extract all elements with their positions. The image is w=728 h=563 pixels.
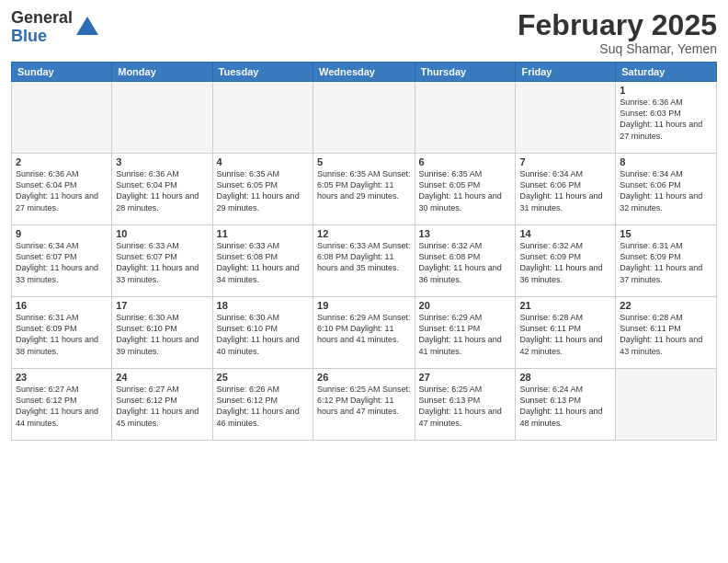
day-number: 21 [519,300,611,311]
day-cell: 28Sunrise: 6:24 AM Sunset: 6:13 PM Dayli… [516,369,616,441]
day-cell [616,369,717,441]
day-number: 12 [317,228,411,239]
day-cell: 13Sunrise: 6:32 AM Sunset: 6:08 PM Dayli… [415,225,516,297]
day-info: Sunrise: 6:35 AM Sunset: 6:05 PM Dayligh… [217,168,309,213]
day-info: Sunrise: 6:28 AM Sunset: 6:11 PM Dayligh… [620,312,712,357]
day-info: Sunrise: 6:24 AM Sunset: 6:13 PM Dayligh… [519,384,611,429]
day-cell: 5Sunrise: 6:35 AM Sunset: 6:05 PM Daylig… [313,154,415,225]
logo-icon [74,15,100,40]
weekday-header-sunday: Sunday [12,63,112,82]
day-number: 1 [620,85,712,96]
day-cell: 14Sunrise: 6:32 AM Sunset: 6:09 PM Dayli… [516,225,616,297]
day-number: 26 [317,372,411,383]
day-info: Sunrise: 6:36 AM Sunset: 6:04 PM Dayligh… [116,168,208,213]
day-cell: 21Sunrise: 6:28 AM Sunset: 6:11 PM Dayli… [516,297,616,369]
day-number: 3 [116,156,208,167]
week-row-2: 9Sunrise: 6:34 AM Sunset: 6:07 PM Daylig… [12,225,717,297]
day-info: Sunrise: 6:34 AM Sunset: 6:06 PM Dayligh… [620,168,712,213]
day-cell: 1Sunrise: 6:36 AM Sunset: 6:03 PM Daylig… [616,82,717,154]
day-number: 13 [419,228,512,239]
day-number: 7 [519,156,611,167]
day-cell [112,82,212,154]
day-cell [415,82,516,154]
day-cell: 19Sunrise: 6:29 AM Sunset: 6:10 PM Dayli… [313,297,415,369]
day-cell: 7Sunrise: 6:34 AM Sunset: 6:06 PM Daylig… [516,154,616,225]
weekday-header-monday: Monday [112,63,212,82]
day-number: 27 [419,372,512,383]
day-info: Sunrise: 6:29 AM Sunset: 6:10 PM Dayligh… [317,312,411,345]
day-cell: 26Sunrise: 6:25 AM Sunset: 6:12 PM Dayli… [313,369,415,441]
day-number: 24 [116,372,208,383]
day-info: Sunrise: 6:25 AM Sunset: 6:13 PM Dayligh… [419,384,512,429]
day-cell: 4Sunrise: 6:35 AM Sunset: 6:05 PM Daylig… [212,154,313,225]
day-number: 28 [519,372,611,383]
day-cell: 6Sunrise: 6:35 AM Sunset: 6:05 PM Daylig… [415,154,516,225]
day-cell: 8Sunrise: 6:34 AM Sunset: 6:06 PM Daylig… [616,154,717,225]
day-cell: 22Sunrise: 6:28 AM Sunset: 6:11 PM Dayli… [616,297,717,369]
day-number: 20 [419,300,512,311]
day-cell: 16Sunrise: 6:31 AM Sunset: 6:09 PM Dayli… [12,297,112,369]
day-info: Sunrise: 6:33 AM Sunset: 6:07 PM Dayligh… [116,240,208,285]
day-info: Sunrise: 6:26 AM Sunset: 6:12 PM Dayligh… [217,384,309,429]
day-number: 23 [16,372,108,383]
day-cell [12,82,112,154]
day-cell: 24Sunrise: 6:27 AM Sunset: 6:12 PM Dayli… [112,369,212,441]
day-info: Sunrise: 6:36 AM Sunset: 6:04 PM Dayligh… [16,168,108,213]
day-number: 10 [116,228,208,239]
header: General Blue February 2025 Suq Shamar, Y… [11,9,717,56]
day-info: Sunrise: 6:27 AM Sunset: 6:12 PM Dayligh… [116,384,208,429]
logo-text: General Blue [11,9,73,46]
day-number: 4 [217,156,309,167]
weekday-header-wednesday: Wednesday [313,63,415,82]
day-info: Sunrise: 6:28 AM Sunset: 6:11 PM Dayligh… [519,312,611,357]
day-info: Sunrise: 6:30 AM Sunset: 6:10 PM Dayligh… [116,312,208,357]
day-number: 14 [519,228,611,239]
day-number: 17 [116,300,208,311]
day-info: Sunrise: 6:32 AM Sunset: 6:08 PM Dayligh… [419,240,512,285]
day-cell [212,82,313,154]
day-cell: 23Sunrise: 6:27 AM Sunset: 6:12 PM Dayli… [12,369,112,441]
day-cell: 15Sunrise: 6:31 AM Sunset: 6:09 PM Dayli… [616,225,717,297]
weekday-header-row: SundayMondayTuesdayWednesdayThursdayFrid… [12,63,717,82]
day-cell: 12Sunrise: 6:33 AM Sunset: 6:08 PM Dayli… [313,225,415,297]
day-info: Sunrise: 6:35 AM Sunset: 6:05 PM Dayligh… [419,168,512,213]
day-cell [516,82,616,154]
day-number: 6 [419,156,512,167]
day-info: Sunrise: 6:33 AM Sunset: 6:08 PM Dayligh… [317,240,411,273]
day-number: 16 [16,300,108,311]
day-cell: 18Sunrise: 6:30 AM Sunset: 6:10 PM Dayli… [212,297,313,369]
week-row-1: 2Sunrise: 6:36 AM Sunset: 6:04 PM Daylig… [12,154,717,225]
weekday-header-saturday: Saturday [616,63,717,82]
weekday-header-thursday: Thursday [415,63,516,82]
logo: General Blue [11,9,100,46]
weekday-header-friday: Friday [516,63,616,82]
page: General Blue February 2025 Suq Shamar, Y… [0,0,728,563]
day-cell: 17Sunrise: 6:30 AM Sunset: 6:10 PM Dayli… [112,297,212,369]
day-info: Sunrise: 6:25 AM Sunset: 6:12 PM Dayligh… [317,384,411,417]
day-cell: 9Sunrise: 6:34 AM Sunset: 6:07 PM Daylig… [12,225,112,297]
week-row-3: 16Sunrise: 6:31 AM Sunset: 6:09 PM Dayli… [12,297,717,369]
day-cell: 10Sunrise: 6:33 AM Sunset: 6:07 PM Dayli… [112,225,212,297]
day-number: 18 [217,300,309,311]
logo-blue: Blue [11,28,73,46]
day-cell: 2Sunrise: 6:36 AM Sunset: 6:04 PM Daylig… [12,154,112,225]
day-info: Sunrise: 6:31 AM Sunset: 6:09 PM Dayligh… [16,312,108,357]
day-number: 11 [217,228,309,239]
svg-marker-0 [76,17,98,35]
day-cell: 11Sunrise: 6:33 AM Sunset: 6:08 PM Dayli… [212,225,313,297]
day-info: Sunrise: 6:33 AM Sunset: 6:08 PM Dayligh… [217,240,309,285]
weekday-header-tuesday: Tuesday [212,63,313,82]
day-cell [313,82,415,154]
day-info: Sunrise: 6:29 AM Sunset: 6:11 PM Dayligh… [419,312,512,357]
day-cell: 3Sunrise: 6:36 AM Sunset: 6:04 PM Daylig… [112,154,212,225]
day-number: 22 [620,300,712,311]
day-info: Sunrise: 6:27 AM Sunset: 6:12 PM Dayligh… [16,384,108,429]
day-number: 5 [317,156,411,167]
week-row-4: 23Sunrise: 6:27 AM Sunset: 6:12 PM Dayli… [12,369,717,441]
day-number: 9 [16,228,108,239]
day-info: Sunrise: 6:34 AM Sunset: 6:06 PM Dayligh… [519,168,611,213]
day-cell: 20Sunrise: 6:29 AM Sunset: 6:11 PM Dayli… [415,297,516,369]
location: Suq Shamar, Yemen [518,41,717,56]
week-row-0: 1Sunrise: 6:36 AM Sunset: 6:03 PM Daylig… [12,82,717,154]
day-info: Sunrise: 6:34 AM Sunset: 6:07 PM Dayligh… [16,240,108,285]
